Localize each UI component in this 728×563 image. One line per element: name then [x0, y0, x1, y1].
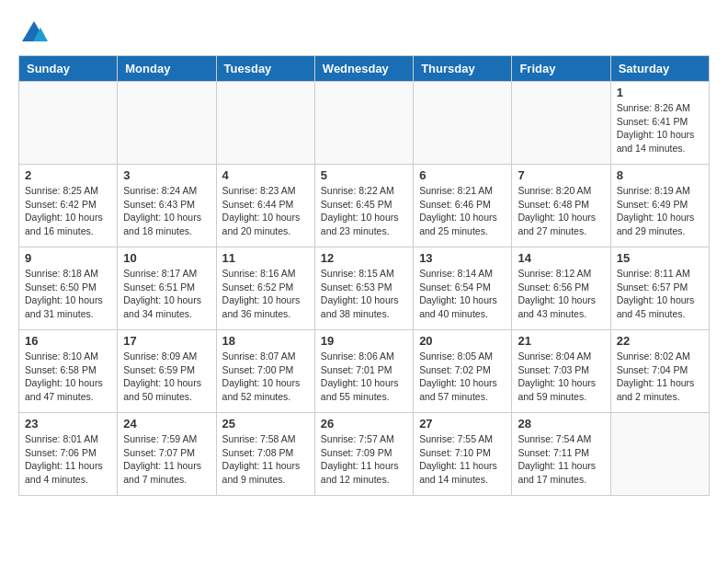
day-info: Sunrise: 8:09 AM Sunset: 6:59 PM Dayligh… — [123, 350, 210, 404]
day-number: 17 — [123, 334, 210, 348]
day-number: 27 — [419, 417, 506, 431]
calendar-header-row: SundayMondayTuesdayWednesdayThursdayFrid… — [19, 56, 710, 82]
day-number: 25 — [222, 417, 309, 431]
day-number: 2 — [25, 168, 111, 182]
calendar-cell — [512, 82, 610, 165]
day-number: 24 — [123, 417, 210, 431]
day-info: Sunrise: 8:17 AM Sunset: 6:51 PM Dayligh… — [123, 267, 210, 321]
calendar-cell: 24Sunrise: 7:59 AM Sunset: 7:07 PM Dayli… — [118, 413, 216, 496]
day-info: Sunrise: 8:24 AM Sunset: 6:43 PM Dayligh… — [123, 184, 210, 238]
calendar-cell: 10Sunrise: 8:17 AM Sunset: 6:51 PM Dayli… — [118, 247, 216, 330]
calendar-cell: 20Sunrise: 8:05 AM Sunset: 7:02 PM Dayli… — [414, 330, 512, 413]
calendar-cell: 26Sunrise: 7:57 AM Sunset: 7:09 PM Dayli… — [314, 413, 413, 496]
day-number: 8 — [617, 168, 703, 182]
calendar-week-5: 23Sunrise: 8:01 AM Sunset: 7:06 PM Dayli… — [19, 413, 710, 496]
day-of-week-saturday: Saturday — [610, 56, 709, 82]
calendar-week-4: 16Sunrise: 8:10 AM Sunset: 6:58 PM Dayli… — [19, 330, 710, 413]
calendar-cell: 15Sunrise: 8:11 AM Sunset: 6:57 PM Dayli… — [610, 247, 709, 330]
calendar-table: SundayMondayTuesdayWednesdayThursdayFrid… — [18, 55, 710, 496]
day-info: Sunrise: 8:16 AM Sunset: 6:52 PM Dayligh… — [222, 267, 309, 321]
calendar-cell: 3Sunrise: 8:24 AM Sunset: 6:43 PM Daylig… — [118, 165, 216, 247]
calendar-cell: 19Sunrise: 8:06 AM Sunset: 7:01 PM Dayli… — [314, 330, 413, 413]
day-info: Sunrise: 8:20 AM Sunset: 6:48 PM Dayligh… — [518, 184, 604, 238]
day-info: Sunrise: 7:58 AM Sunset: 7:08 PM Dayligh… — [222, 432, 309, 487]
calendar-week-3: 9Sunrise: 8:18 AM Sunset: 6:50 PM Daylig… — [19, 247, 710, 330]
day-info: Sunrise: 7:57 AM Sunset: 7:09 PM Dayligh… — [321, 432, 407, 487]
calendar-cell: 27Sunrise: 7:55 AM Sunset: 7:10 PM Dayli… — [414, 413, 512, 496]
day-info: Sunrise: 8:23 AM Sunset: 6:44 PM Dayligh… — [222, 184, 309, 238]
day-info: Sunrise: 8:26 AM Sunset: 6:41 PM Dayligh… — [617, 101, 703, 155]
calendar-cell — [118, 82, 216, 165]
calendar-cell: 8Sunrise: 8:19 AM Sunset: 6:49 PM Daylig… — [610, 165, 709, 247]
day-number: 26 — [321, 417, 407, 431]
day-info: Sunrise: 8:18 AM Sunset: 6:50 PM Dayligh… — [25, 267, 111, 321]
day-number: 10 — [123, 251, 210, 265]
calendar-cell: 23Sunrise: 8:01 AM Sunset: 7:06 PM Dayli… — [19, 413, 118, 496]
day-of-week-friday: Friday — [512, 56, 610, 82]
calendar-cell: 14Sunrise: 8:12 AM Sunset: 6:56 PM Dayli… — [512, 247, 610, 330]
day-number: 28 — [518, 417, 604, 431]
calendar-cell: 22Sunrise: 8:02 AM Sunset: 7:04 PM Dayli… — [610, 330, 709, 413]
day-info: Sunrise: 8:02 AM Sunset: 7:04 PM Dayligh… — [617, 350, 703, 404]
day-number: 3 — [123, 168, 210, 182]
day-number: 19 — [321, 334, 407, 348]
day-of-week-sunday: Sunday — [19, 56, 118, 82]
day-number: 9 — [25, 251, 111, 265]
day-number: 5 — [321, 168, 407, 182]
calendar-cell — [414, 82, 512, 165]
day-number: 16 — [25, 334, 111, 348]
day-info: Sunrise: 8:11 AM Sunset: 6:57 PM Dayligh… — [617, 267, 703, 321]
calendar-cell: 21Sunrise: 8:04 AM Sunset: 7:03 PM Dayli… — [512, 330, 610, 413]
calendar-cell — [314, 82, 413, 165]
day-number: 11 — [222, 251, 309, 265]
day-of-week-tuesday: Tuesday — [216, 56, 314, 82]
calendar-cell: 25Sunrise: 7:58 AM Sunset: 7:08 PM Dayli… — [216, 413, 314, 496]
logo — [18, 18, 48, 46]
day-info: Sunrise: 8:01 AM Sunset: 7:06 PM Dayligh… — [25, 432, 111, 487]
day-number: 20 — [419, 334, 506, 348]
calendar-cell: 13Sunrise: 8:14 AM Sunset: 6:54 PM Dayli… — [414, 247, 512, 330]
calendar-cell: 4Sunrise: 8:23 AM Sunset: 6:44 PM Daylig… — [216, 165, 314, 247]
calendar-cell: 5Sunrise: 8:22 AM Sunset: 6:45 PM Daylig… — [314, 165, 413, 247]
day-info: Sunrise: 8:15 AM Sunset: 6:53 PM Dayligh… — [321, 267, 407, 321]
day-number: 18 — [222, 334, 309, 348]
day-info: Sunrise: 8:06 AM Sunset: 7:01 PM Dayligh… — [321, 350, 407, 404]
day-info: Sunrise: 8:07 AM Sunset: 7:00 PM Dayligh… — [222, 350, 309, 404]
calendar-cell: 6Sunrise: 8:21 AM Sunset: 6:46 PM Daylig… — [414, 165, 512, 247]
day-number: 6 — [419, 168, 506, 182]
calendar-cell: 7Sunrise: 8:20 AM Sunset: 6:48 PM Daylig… — [512, 165, 610, 247]
day-info: Sunrise: 7:55 AM Sunset: 7:10 PM Dayligh… — [419, 432, 506, 487]
calendar-cell — [19, 82, 118, 165]
day-info: Sunrise: 8:22 AM Sunset: 6:45 PM Dayligh… — [321, 184, 407, 238]
header — [18, 18, 710, 46]
calendar-cell: 1Sunrise: 8:26 AM Sunset: 6:41 PM Daylig… — [610, 82, 709, 165]
day-number: 21 — [518, 334, 604, 348]
calendar-cell: 16Sunrise: 8:10 AM Sunset: 6:58 PM Dayli… — [19, 330, 118, 413]
calendar-cell: 12Sunrise: 8:15 AM Sunset: 6:53 PM Dayli… — [314, 247, 413, 330]
day-of-week-monday: Monday — [118, 56, 216, 82]
day-number: 15 — [617, 251, 703, 265]
day-info: Sunrise: 8:04 AM Sunset: 7:03 PM Dayligh… — [518, 350, 604, 404]
day-number: 23 — [25, 417, 111, 431]
day-number: 13 — [419, 251, 506, 265]
calendar-cell: 28Sunrise: 7:54 AM Sunset: 7:11 PM Dayli… — [512, 413, 610, 496]
calendar-week-2: 2Sunrise: 8:25 AM Sunset: 6:42 PM Daylig… — [19, 165, 710, 247]
day-info: Sunrise: 8:19 AM Sunset: 6:49 PM Dayligh… — [617, 184, 703, 238]
day-info: Sunrise: 8:05 AM Sunset: 7:02 PM Dayligh… — [419, 350, 506, 404]
calendar-body: 1Sunrise: 8:26 AM Sunset: 6:41 PM Daylig… — [19, 82, 710, 496]
calendar-cell: 2Sunrise: 8:25 AM Sunset: 6:42 PM Daylig… — [19, 165, 118, 247]
calendar-cell: 11Sunrise: 8:16 AM Sunset: 6:52 PM Dayli… — [216, 247, 314, 330]
day-info: Sunrise: 7:59 AM Sunset: 7:07 PM Dayligh… — [123, 432, 210, 487]
day-number: 7 — [518, 168, 604, 182]
logo-icon — [20, 18, 48, 46]
day-info: Sunrise: 8:12 AM Sunset: 6:56 PM Dayligh… — [518, 267, 604, 321]
day-info: Sunrise: 8:10 AM Sunset: 6:58 PM Dayligh… — [25, 350, 111, 404]
day-of-week-thursday: Thursday — [414, 56, 512, 82]
day-number: 4 — [222, 168, 309, 182]
day-info: Sunrise: 7:54 AM Sunset: 7:11 PM Dayligh… — [518, 432, 604, 487]
calendar-cell: 9Sunrise: 8:18 AM Sunset: 6:50 PM Daylig… — [19, 247, 118, 330]
calendar-cell: 18Sunrise: 8:07 AM Sunset: 7:00 PM Dayli… — [216, 330, 314, 413]
day-info: Sunrise: 8:25 AM Sunset: 6:42 PM Dayligh… — [25, 184, 111, 238]
calendar-cell — [610, 413, 709, 496]
day-info: Sunrise: 8:14 AM Sunset: 6:54 PM Dayligh… — [419, 267, 506, 321]
